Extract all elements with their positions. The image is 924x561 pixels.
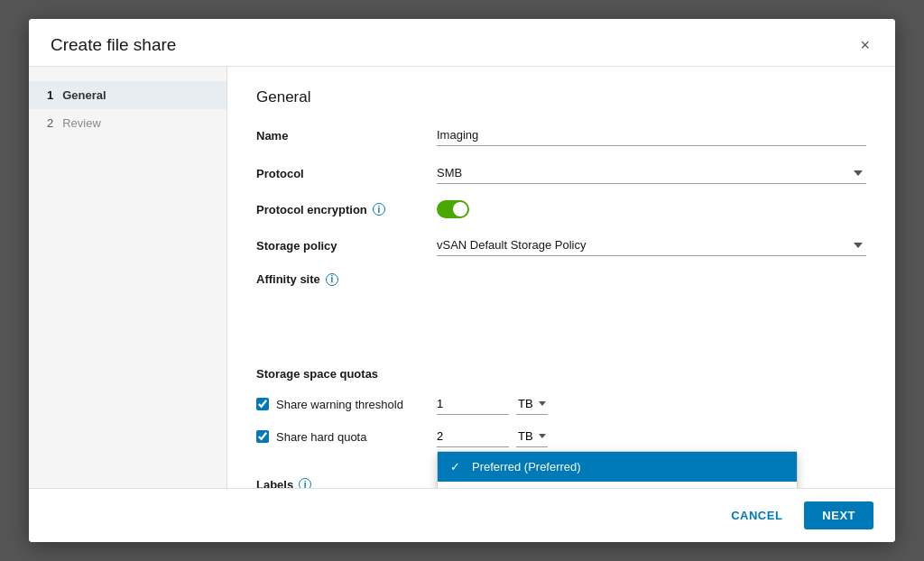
next-button[interactable]: NEXT — [804, 501, 873, 529]
storage-policy-select[interactable]: vSAN Default Storage Policy — [437, 235, 866, 256]
share-hard-row: Share hard quota TB GB — [256, 426, 866, 447]
sidebar-label-general: General — [62, 88, 106, 102]
name-row: Name — [256, 124, 866, 146]
modal-title: Create file share — [51, 35, 176, 55]
cancel-button[interactable]: CANCEL — [720, 503, 793, 528]
affinity-site-dropdown: ✓ Preferred (Preferred) Secondary (Secon… — [437, 451, 798, 488]
modal-body: 1 General 2 Review General Name — [29, 67, 895, 488]
modal-footer: CANCEL NEXT — [29, 488, 895, 542]
protocol-encryption-label: Protocol encryption i — [256, 203, 437, 216]
labels-info-icon[interactable]: i — [299, 478, 311, 488]
dropdown-option-preferred[interactable]: ✓ Preferred (Preferred) — [438, 452, 797, 482]
quotas-title: Storage space quotas — [256, 367, 866, 381]
share-warning-label: Share warning threshold — [276, 398, 403, 411]
section-title: General — [256, 88, 866, 106]
affinity-site-row: Affinity site i ✓ Preferred (Preferred) … — [256, 272, 866, 286]
toggle-control — [437, 200, 866, 218]
storage-policy-label: Storage policy — [256, 239, 437, 253]
share-warning-control: TB GB — [437, 393, 548, 415]
storage-policy-row: Storage policy vSAN Default Storage Poli… — [256, 235, 866, 256]
protocol-encryption-info-icon[interactable]: i — [373, 203, 385, 216]
share-warning-input[interactable] — [437, 393, 509, 415]
affinity-site-info-icon[interactable]: i — [326, 273, 338, 286]
sidebar-item-general[interactable]: 1 General — [29, 81, 226, 109]
encryption-toggle[interactable] — [437, 200, 469, 218]
share-hard-checkbox[interactable] — [256, 430, 269, 443]
sidebar-label-review: Review — [62, 116, 101, 130]
protocol-encryption-row: Protocol encryption i — [256, 200, 866, 218]
share-warning-label-wrap: Share warning threshold — [256, 398, 437, 411]
share-hard-control: TB GB — [437, 426, 548, 447]
name-control — [437, 124, 866, 146]
dropdown-option-secondary[interactable]: Secondary (Secondary) — [438, 482, 797, 488]
name-label: Name — [256, 129, 437, 143]
share-warning-unit[interactable]: TB GB — [516, 393, 548, 415]
modal-header: Create file share × — [29, 19, 895, 67]
share-hard-input[interactable] — [437, 426, 509, 447]
step-num-1: 1 — [47, 88, 53, 102]
sidebar-item-review[interactable]: 2 Review — [29, 109, 226, 137]
share-hard-unit[interactable]: TB GB — [516, 426, 548, 447]
storage-policy-control: vSAN Default Storage Policy — [437, 235, 866, 256]
share-warning-row: Share warning threshold TB GB — [256, 393, 866, 415]
modal: Create file share × 1 General 2 Review G… — [29, 19, 895, 542]
affinity-site-label: Affinity site i — [256, 272, 437, 286]
modal-overlay: Create file share × 1 General 2 Review G… — [0, 0, 924, 561]
sidebar: 1 General 2 Review — [29, 67, 227, 488]
protocol-row: Protocol SMB NFS — [256, 162, 866, 184]
share-hard-label-wrap: Share hard quota — [256, 430, 437, 444]
check-icon: ✓ — [450, 460, 465, 474]
name-input[interactable] — [437, 124, 866, 146]
protocol-select[interactable]: SMB NFS — [437, 162, 866, 184]
share-warning-checkbox[interactable] — [256, 398, 269, 410]
quotas-section: Storage space quotas Share warning thres… — [256, 367, 866, 447]
share-hard-label: Share hard quota — [276, 430, 366, 444]
step-num-2: 2 — [47, 116, 53, 130]
protocol-label: Protocol — [256, 167, 437, 180]
close-button[interactable]: × — [856, 35, 873, 55]
protocol-control: SMB NFS — [437, 162, 866, 184]
content-area: General Name Protocol SMB NFS — [227, 67, 895, 488]
labels-label: Labels i — [256, 478, 437, 489]
